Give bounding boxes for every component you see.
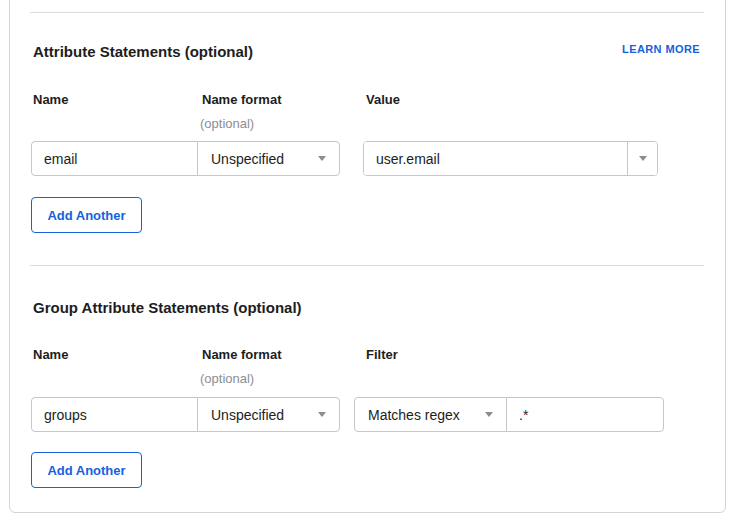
learn-more-link[interactable]: LEARN MORE [622, 43, 700, 55]
group-attr-statement-row: Unspecified [31, 397, 340, 432]
attr-name-format-column-header: Name format [202, 93, 281, 107]
group-name-format-select[interactable]: Unspecified [197, 397, 340, 432]
group-attribute-statements-title: Group Attribute Statements (optional) [33, 299, 302, 316]
group-name-format-selected-value: Unspecified [211, 407, 284, 423]
chevron-down-icon [318, 412, 326, 417]
group-filter-row: Matches regex [354, 397, 664, 432]
attribute-statements-title: Attribute Statements (optional) [33, 43, 253, 60]
attr-name-format-select[interactable]: Unspecified [197, 141, 340, 176]
attr-statement-row: Unspecified [31, 141, 340, 176]
group-name-input[interactable] [31, 397, 198, 432]
attr-value-column-header: Value [366, 93, 400, 107]
saml-settings-page: Attribute Statements (optional) LEARN MO… [0, 0, 737, 530]
group-filter-value-input[interactable] [506, 397, 664, 432]
group-add-another-button[interactable]: Add Another [31, 452, 142, 488]
attr-value-input[interactable] [364, 142, 627, 175]
chevron-down-icon [639, 156, 647, 161]
attr-value-combobox [363, 141, 658, 176]
group-filter-column-header: Filter [366, 348, 398, 362]
attr-name-format-optional-hint: (optional) [200, 117, 254, 131]
chevron-down-icon [485, 412, 493, 417]
attr-value-dropdown-button[interactable] [627, 142, 657, 175]
saml-settings-card [9, 0, 726, 513]
group-name-column-header: Name [33, 348, 68, 362]
group-filter-type-selected-value: Matches regex [368, 407, 460, 423]
chevron-down-icon [318, 156, 326, 161]
group-name-format-optional-hint: (optional) [200, 372, 254, 386]
group-name-format-column-header: Name format [202, 348, 281, 362]
section-divider-top [30, 12, 704, 13]
attr-name-format-selected-value: Unspecified [211, 151, 284, 167]
group-filter-type-select[interactable]: Matches regex [354, 397, 507, 432]
attr-name-input[interactable] [31, 141, 198, 176]
attr-name-column-header: Name [33, 93, 68, 107]
attr-add-another-button[interactable]: Add Another [31, 197, 142, 233]
section-divider-middle [30, 265, 704, 266]
